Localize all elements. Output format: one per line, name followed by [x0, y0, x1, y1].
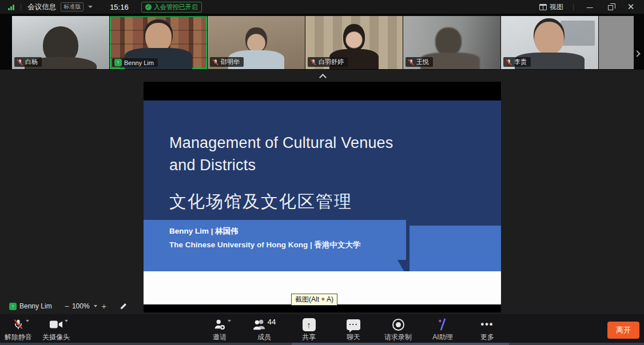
close-button[interactable]: ✕	[625, 2, 637, 12]
screenshot-hotkey-tooltip: 截图(Alt + A)	[291, 294, 337, 306]
participant-video	[245, 27, 267, 53]
share-screen-button[interactable]: ↑ 共享	[294, 314, 324, 342]
camera-label: 关摄像头	[42, 332, 70, 342]
minimize-button[interactable]: ─	[583, 2, 596, 12]
members-button[interactable]: 44 成员	[249, 314, 279, 342]
chevron-down-icon[interactable]	[228, 320, 231, 322]
participant-name-chip: 王悦	[406, 57, 433, 67]
chat-label: 聊天	[347, 332, 360, 342]
zoom-level[interactable]: 100%	[72, 302, 90, 310]
strip-next-page-button[interactable]	[635, 51, 642, 58]
video-strip: 白杨 ↑ Benny Lim 邵明华 白羽舒婷	[0, 14, 644, 70]
participant-name-chip: 白杨	[14, 57, 42, 67]
chevron-down-icon[interactable]	[65, 320, 68, 322]
meeting-time: 15:16	[110, 3, 129, 11]
edition-badge: 标准版	[61, 2, 84, 11]
record-icon	[392, 319, 404, 331]
presenter-chip: ↑ Benny Lim	[5, 300, 57, 312]
slide-presenter-name: Benny Lim | 林国伟	[169, 226, 238, 236]
screen-share-icon: ↑	[114, 59, 122, 66]
ai-assistant-icon	[436, 318, 449, 331]
members-count: 44	[268, 318, 276, 326]
participant-name: 白杨	[25, 58, 38, 66]
invite-label: 邀请	[213, 332, 226, 342]
meeting-toolbar: 解除静音 关摄像头	[0, 314, 644, 343]
camera-icon	[49, 319, 63, 330]
titlebar: | 会议信息 标准版 15:16 ✓ 入会管控已开启 视图 | ─ ✕	[0, 0, 644, 14]
grid-view-icon	[539, 4, 547, 10]
record-label: 请求录制	[384, 332, 412, 342]
slide-affiliation: The Chinese University of Hong Kong | 香港…	[169, 240, 361, 250]
request-record-button[interactable]: 请求录制	[383, 314, 413, 342]
more-button[interactable]: ••• 更多	[472, 314, 502, 342]
slide-title-line2: and Districts	[169, 154, 393, 176]
participant-thumbnail[interactable]: 白羽舒婷	[305, 16, 403, 69]
participant-name-chip: 白羽舒婷	[308, 57, 348, 67]
chevron-down-icon[interactable]	[26, 320, 29, 322]
view-label: 视图	[550, 2, 563, 12]
slide-bottom-bar	[144, 304, 501, 312]
leave-button[interactable]: 离开	[607, 322, 639, 339]
chevron-up-icon	[319, 74, 327, 81]
participant-name: Benny Lim	[124, 59, 154, 66]
ai-assistant-button[interactable]: AI助理	[428, 314, 458, 342]
mic-muted-icon	[506, 59, 512, 66]
slide-top-bar	[144, 82, 501, 101]
admission-control-badge: ✓ 入会管控已开启	[141, 2, 202, 13]
presenter-chip-label: Benny Lim	[19, 302, 52, 310]
annotate-button[interactable]	[116, 300, 131, 312]
view-button[interactable]: 视图	[539, 2, 563, 12]
zoom-out-icon[interactable]: −	[65, 300, 69, 312]
shared-screen-area: Management of Cultural Venues and Distri…	[0, 70, 644, 314]
mic-muted-icon	[310, 59, 316, 66]
restore-icon	[608, 5, 613, 10]
participant-name: 李贵	[514, 58, 527, 66]
meeting-info-button[interactable]: 会议信息	[27, 2, 56, 12]
share-arrow-icon: ↑	[303, 318, 316, 331]
shield-check-icon: ✓	[145, 4, 152, 10]
participant-video	[343, 24, 365, 51]
pencil-icon	[120, 302, 128, 310]
participant-thumbnail[interactable]: 王悦	[403, 16, 500, 69]
taskbar-segment	[292, 343, 509, 345]
participant-name-chip: 李贵	[503, 57, 531, 67]
participant-name-chip: 邵明华	[210, 57, 244, 67]
members-icon	[253, 318, 267, 331]
presentation-slide: Management of Cultural Venues and Distri…	[144, 82, 501, 312]
chat-bubble-icon	[347, 319, 360, 330]
more-dots-icon: •••	[481, 322, 494, 327]
restore-button[interactable]	[604, 2, 617, 12]
invite-person-icon	[213, 318, 226, 331]
participant-thumbnail-partial[interactable]	[599, 16, 634, 69]
slide-title-line1: Management of Cultural Venues	[169, 132, 393, 154]
participant-thumbnail-active[interactable]: ↑ Benny Lim	[110, 16, 207, 69]
more-label: 更多	[480, 332, 494, 342]
participant-name: 白羽舒婷	[319, 58, 344, 66]
participant-video	[534, 22, 564, 55]
zoom-in-icon[interactable]: ＋	[100, 300, 108, 312]
taskbar-sliver	[0, 343, 644, 345]
collapse-strip-button[interactable]	[315, 73, 331, 81]
unmute-button[interactable]: 解除静音	[3, 314, 33, 342]
network-signal-icon	[8, 4, 14, 10]
mic-muted-icon	[212, 59, 218, 66]
participant-thumbnail[interactable]: 李贵	[501, 16, 598, 69]
participant-thumbnail[interactable]: 白杨	[12, 16, 109, 69]
zoom-control: − 100% ＋	[60, 300, 113, 312]
unmute-label: 解除静音	[5, 332, 32, 342]
slide-subtitle-chinese: 文化场馆及文化区管理	[169, 190, 352, 214]
mic-muted-icon	[13, 318, 24, 331]
chevron-down-icon[interactable]	[88, 6, 93, 8]
chevron-down-icon[interactable]	[94, 305, 97, 307]
divider: |	[19, 3, 23, 11]
screen-share-icon: ↑	[9, 303, 17, 310]
share-overlay-bar: ↑ Benny Lim − 100% ＋	[5, 300, 131, 312]
invite-button[interactable]: 邀请	[205, 314, 234, 342]
share-label: 共享	[302, 332, 316, 342]
camera-off-button[interactable]: 关摄像头	[41, 314, 71, 342]
meeting-window: | 会议信息 标准版 15:16 ✓ 入会管控已开启 视图 | ─ ✕	[0, 0, 644, 345]
participant-name: 王悦	[416, 58, 429, 66]
participant-thumbnail[interactable]: 邵明华	[208, 16, 305, 69]
chat-button[interactable]: 聊天	[339, 314, 368, 342]
mic-muted-icon	[408, 59, 414, 66]
